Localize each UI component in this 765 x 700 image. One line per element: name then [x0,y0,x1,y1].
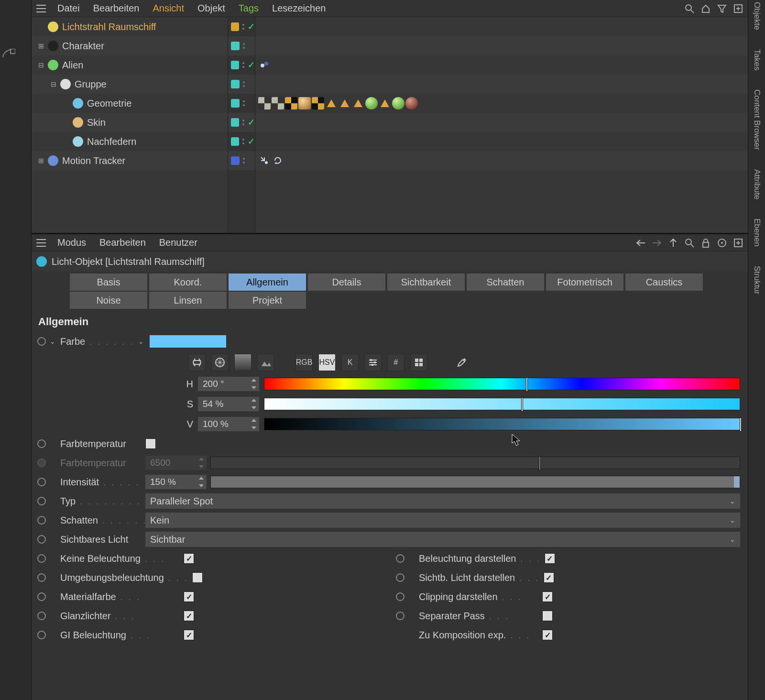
komp_exp-checkbox[interactable] [542,630,553,640]
nav-fwd-icon[interactable] [651,237,663,249]
visibility-dots[interactable] [241,137,246,146]
layer-color-swatch[interactable] [231,118,239,127]
tree-row[interactable]: Lichtstrahl Raumschiff [32,17,228,36]
hsv-V-field[interactable]: 100 % [198,417,259,431]
anim-toggle[interactable] [37,631,46,639]
farbtemp-checkbox[interactable] [145,438,156,449]
hsv-V-slider[interactable] [264,418,740,430]
eyedropper-icon[interactable] [453,354,470,371]
anim-toggle[interactable] [37,337,46,346]
sep_pass-checkbox[interactable] [542,611,553,621]
glanz-checkbox[interactable] [184,611,194,621]
hsv-H-slider[interactable] [264,378,740,390]
check-icon[interactable]: ✓ [248,136,255,147]
filter-icon[interactable] [716,3,728,14]
material-tag-icon[interactable] [285,97,297,109]
home-icon[interactable] [700,3,711,14]
tab-projekt[interactable]: Projekt [229,292,306,309]
tab-allgemein[interactable]: Allgemein [229,273,306,291]
nav-back-icon[interactable] [635,237,646,249]
tab-noise[interactable]: Noise [70,292,147,309]
tree-row[interactable]: ⊞Motion Tracker [32,151,228,170]
visibility-dots[interactable] [241,156,246,165]
picker-sliders-icon[interactable] [364,354,382,371]
intensitaet-slider[interactable] [210,476,740,488]
visibility-dots[interactable] [241,61,246,69]
mat_farbe-checkbox[interactable] [184,591,194,602]
anim-toggle[interactable] [37,554,46,563]
menu-ansicht[interactable]: Ansicht [146,0,191,17]
menu-modus[interactable]: Modus [51,234,93,251]
tree-row[interactable]: Geometrie [32,94,228,113]
side-tab-objekte[interactable]: Objekte [752,2,762,30]
side-tab-ebenen[interactable]: Ebenen [752,219,762,247]
hsv-S-slider[interactable] [264,398,740,410]
menu-lesezeichen[interactable]: Lesezeichen [265,0,332,17]
visibility-dots[interactable] [241,80,246,88]
picker-spectrum-icon[interactable] [188,354,206,371]
umg_bel-checkbox[interactable] [192,572,203,583]
keine_bel-checkbox[interactable] [184,553,194,564]
tree-row[interactable]: Skin [32,113,228,132]
picker-image-icon[interactable] [257,354,274,371]
side-tab-takes[interactable]: Takes [752,49,762,70]
material-tag-icon[interactable] [312,97,324,109]
anim-toggle[interactable] [396,592,404,601]
schatten-dropdown[interactable]: Kein⌄ [145,513,740,528]
expand-caret[interactable]: ⌄ [50,338,56,345]
layer-color-swatch[interactable] [231,42,240,50]
hsv-S-field[interactable]: 54 % [198,397,259,411]
check-icon[interactable]: ✓ [248,22,255,32]
hamburger-icon[interactable] [32,0,51,17]
typ-dropdown[interactable]: Paralleler Spot⌄ [145,493,740,509]
picker-square-icon[interactable] [234,354,251,371]
anim-toggle[interactable] [396,554,404,563]
target-icon[interactable] [716,237,728,249]
anim-toggle[interactable] [37,478,46,486]
red-sphere-tag-icon[interactable] [405,97,418,109]
sicht_dar-checkbox[interactable] [544,572,554,583]
layer-color-swatch[interactable] [231,137,239,146]
tab-schatten[interactable]: Schatten [467,273,544,291]
picker-swatches-icon[interactable] [410,354,427,371]
tree-row[interactable]: ⊟Alien [32,55,228,75]
layer-color-swatch[interactable] [231,22,239,31]
search-icon[interactable] [684,3,695,14]
layer-color-swatch[interactable] [231,80,240,88]
expand-icon[interactable]: ⊞ [37,42,45,50]
nav-up-icon[interactable] [667,237,679,249]
sphere-tag-icon[interactable] [298,97,311,109]
check-icon[interactable]: ✓ [248,60,255,70]
menu-tags[interactable]: Tags [232,0,265,17]
anim-toggle[interactable] [396,573,404,582]
picker-wheel-icon[interactable] [211,354,229,371]
maximize-icon[interactable] [732,3,744,14]
lock-icon[interactable] [700,237,711,249]
side-tab-struktur[interactable]: Struktur [752,266,762,295]
layer-color-swatch[interactable] [231,99,240,108]
tree-row[interactable]: ⊞Charakter [32,36,228,55]
hamburger-icon[interactable] [32,234,51,252]
visibility-dots[interactable] [241,118,246,127]
object-tree[interactable]: Lichtstrahl Raumschiff⊞Charakter⊟Alien⊟G… [32,17,228,233]
picker-k-button[interactable]: K [341,354,359,371]
menu-datei[interactable]: Datei [51,0,87,17]
menu-bearbeiten[interactable]: Bearbeiten [87,0,146,17]
texture-tag-icon[interactable] [272,97,284,109]
expand-icon[interactable]: ⊞ [37,157,45,164]
anim-toggle[interactable] [37,516,46,525]
collapse-icon[interactable]: ⊟ [50,80,57,88]
anim-toggle[interactable] [37,439,46,448]
menu-objekt[interactable]: Objekt [191,0,232,17]
green-sphere-tag-icon[interactable] [392,97,404,109]
visibility-dots[interactable] [241,42,246,50]
bel_dar-checkbox[interactable] [545,553,555,564]
texture-tag-icon[interactable] [258,97,271,109]
intensitaet-field[interactable]: 150 % [145,475,207,489]
picker-hsv-button[interactable]: HSV [318,354,336,371]
warning-tag-icon[interactable] [352,97,364,109]
picker-hex-icon[interactable]: # [387,354,404,371]
side-tab-contentbrowser[interactable]: Content Browser [752,89,762,150]
tree-row[interactable]: ⊟Gruppe [32,75,228,94]
warning-tag-icon[interactable] [339,97,351,109]
